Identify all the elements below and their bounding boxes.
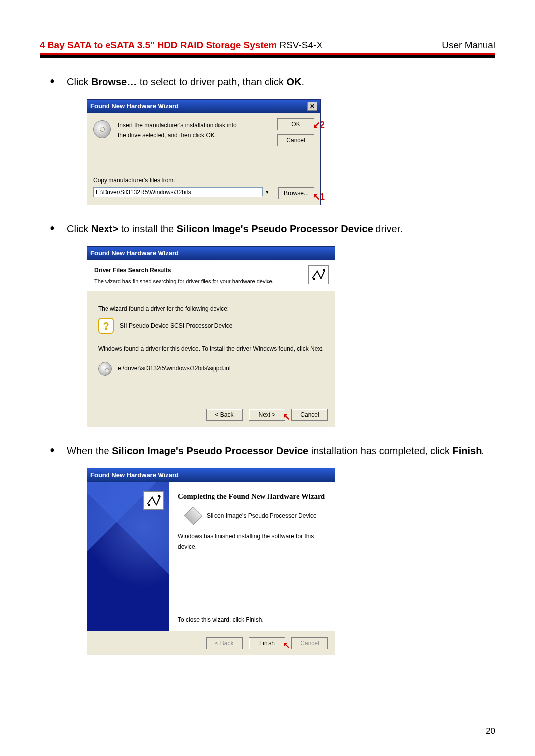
header-title: 4 Bay SATA to eSATA 3.5" HDD RAID Storag… xyxy=(40,40,322,50)
dialog-title: Found New Hardware Wizard xyxy=(90,248,179,259)
callout-2: ↙2 xyxy=(313,117,325,133)
chevron-down-icon[interactable]: ▼ xyxy=(262,187,271,196)
wizard-side-art xyxy=(87,482,169,631)
dialog-titlebar: Found New Hardware Wizard ✕ xyxy=(87,100,320,113)
cancel-button[interactable]: Cancel xyxy=(291,409,328,421)
path-input[interactable]: E:\Driver\Sil3132R5\Windows\32bits xyxy=(93,187,262,197)
device-name: Silicon Image's Pseudo Processor Device xyxy=(207,511,317,521)
header-right: User Manual xyxy=(442,40,495,50)
completing-heading: Completing the Found New Hardware Wizard xyxy=(178,490,326,503)
svg-rect-3 xyxy=(158,495,160,497)
cancel-button[interactable]: Cancel xyxy=(277,134,314,146)
inf-path: e:\driver\sil3132r5\windows\32bits\sippd… xyxy=(118,363,231,373)
back-button[interactable]: < Back xyxy=(206,409,243,421)
connector-icon xyxy=(308,265,329,284)
next-button[interactable]: Next > xyxy=(249,409,285,421)
svg-rect-0 xyxy=(313,278,315,280)
callout-arrow: ↖ xyxy=(283,638,290,653)
results-heading: Driver Files Search Results xyxy=(94,265,274,275)
svg-rect-1 xyxy=(323,269,325,271)
page-header: 4 Bay SATA to eSATA 3.5" HDD RAID Storag… xyxy=(40,40,495,53)
dialog-title: Found New Hardware Wizard xyxy=(90,470,179,481)
dialog-instruction: Insert the manufacturer's installation d… xyxy=(118,120,242,141)
back-button: < Back xyxy=(206,637,243,649)
header-model: RSV-S4-X xyxy=(277,40,322,50)
dialog-titlebar: Found New Hardware Wizard xyxy=(87,468,335,482)
dialog-browse: Found New Hardware Wizard ✕ Insert the m… xyxy=(87,99,321,205)
ok-button[interactable]: OK xyxy=(277,118,314,130)
header-title-bold: 4 Bay SATA to eSATA 3.5" HDD RAID Storag… xyxy=(40,40,277,50)
header-rule xyxy=(40,53,495,58)
close-icon[interactable]: ✕ xyxy=(307,102,317,111)
cd-icon xyxy=(98,362,112,376)
finished-text: Windows has finished installing the soft… xyxy=(178,531,326,552)
found-line: The wizard found a driver for the follow… xyxy=(98,304,324,314)
cd-icon xyxy=(93,120,111,138)
instruction-bullet-1: Click Browse… to select to driver path, … xyxy=(40,73,495,205)
callout-1: ↖1 xyxy=(313,189,325,204)
results-subheading: The wizard has finished searching for dr… xyxy=(94,278,274,284)
finish-button[interactable]: Finish xyxy=(249,637,285,649)
connector-icon xyxy=(143,491,164,510)
device-name: SII Pseudo Device SCSI Processor Device xyxy=(120,321,232,331)
install-line: Windows found a driver for this device. … xyxy=(98,344,324,353)
browse-button[interactable]: Browse... xyxy=(278,187,314,199)
content-area: Click Browse… to select to driver path, … xyxy=(40,58,495,655)
page-number: 20 xyxy=(486,726,495,736)
dialog-completing: Found New Hardware Wizard Completing the… xyxy=(87,468,335,655)
instruction-bullet-2: Click Next> to install the Silicon Image… xyxy=(40,220,495,427)
callout-arrow: ↖ xyxy=(283,409,290,425)
diamond-icon xyxy=(184,507,203,525)
close-hint: To close this wizard, click Finish. xyxy=(178,615,326,625)
dialog-search-results: Found New Hardware Wizard Driver Files S… xyxy=(87,246,335,427)
cancel-button: Cancel xyxy=(291,637,328,649)
dialog-title: Found New Hardware Wizard xyxy=(90,101,179,112)
question-icon: ? xyxy=(98,318,114,334)
copy-from-label: Copy manufacturer's files from: xyxy=(93,175,314,185)
dialog-titlebar: Found New Hardware Wizard xyxy=(87,247,335,260)
instruction-bullet-3: When the Silicon Image's Pseudo Processo… xyxy=(40,442,495,655)
svg-rect-2 xyxy=(148,504,150,506)
